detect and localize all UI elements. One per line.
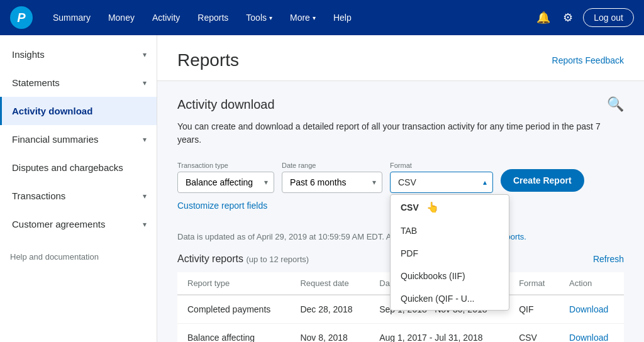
col-action: Action	[559, 272, 624, 295]
download-link[interactable]: Download	[569, 304, 608, 314]
content-area: Activity download 🔍 You can create and d…	[157, 81, 644, 342]
format-option-csv[interactable]: CSV 👆	[391, 195, 509, 219]
cell-action: Download	[559, 323, 624, 342]
date-range-wrapper: Past 6 months Past 3 months Custom range…	[282, 172, 382, 193]
sidebar: Insights ▾ Statements ▾ Activity downloa…	[0, 35, 157, 342]
transaction-type-select[interactable]: Balance affecting All transactions	[177, 172, 274, 193]
customer-agreements-chevron-icon: ▾	[143, 220, 147, 229]
format-option-tab[interactable]: TAB	[391, 219, 509, 242]
gear-icon: ⚙	[563, 11, 573, 25]
sidebar-item-activity-download[interactable]: Activity download	[0, 97, 157, 125]
transactions-chevron-icon: ▾	[143, 192, 147, 201]
page-container: Insights ▾ Statements ▾ Activity downloa…	[0, 35, 644, 342]
sidebar-item-customer-agreements[interactable]: Customer agreements ▾	[0, 210, 157, 238]
nav-summary[interactable]: Summary	[45, 0, 98, 35]
cursor-hand-icon: 👆	[426, 201, 439, 213]
search-icon[interactable]: 🔍	[607, 96, 624, 113]
bell-icon: 🔔	[536, 11, 550, 25]
transaction-type-wrapper: Balance affecting All transactions ▾	[177, 172, 274, 193]
activity-download-description: You can create and download a detailed r…	[177, 120, 624, 146]
format-option-pdf[interactable]: PDF	[391, 242, 509, 265]
format-dropdown-menu: CSV 👆 TAB PDF Quickbooks (IIF)	[390, 194, 509, 311]
settings-button[interactable]: ⚙	[560, 8, 575, 27]
page-title: Reports	[177, 50, 239, 70]
date-range-group: Date range Past 6 months Past 3 months C…	[282, 162, 382, 193]
customize-report-fields-link[interactable]: Customize report fields	[177, 201, 267, 211]
col-report-type: Report type	[177, 272, 290, 295]
insights-chevron-icon: ▾	[143, 50, 147, 59]
nav-right: 🔔 ⚙ Log out	[534, 8, 634, 27]
activity-download-title: Activity download	[177, 97, 275, 112]
cell-date-range: Aug 1, 2017 - Jul 31, 2018	[369, 323, 509, 342]
refresh-button[interactable]: Refresh	[593, 254, 624, 264]
format-option-quickbooks[interactable]: Quickbooks (IIF)	[391, 265, 509, 287]
download-link[interactable]: Download	[569, 333, 608, 343]
cell-format: QIF	[509, 295, 559, 324]
date-range-select[interactable]: Past 6 months Past 3 months Custom range	[282, 172, 382, 193]
nav-more[interactable]: More▾	[282, 0, 323, 35]
cell-request-date: Dec 28, 2018	[290, 295, 369, 324]
main-content: Reports Reports Feedback Activity downlo…	[157, 35, 644, 342]
notifications-button[interactable]: 🔔	[534, 8, 553, 27]
format-label: Format	[390, 162, 493, 169]
date-range-label: Date range	[282, 162, 382, 169]
sidebar-item-disputes[interactable]: Disputes and chargebacks	[0, 153, 157, 182]
transaction-type-group: Transaction type Balance affecting All t…	[177, 162, 274, 193]
sidebar-item-insights[interactable]: Insights ▾	[0, 40, 157, 69]
top-navigation: P Summary Money Activity Reports Tools▾ …	[0, 0, 644, 35]
nav-help[interactable]: Help	[326, 0, 359, 35]
sidebar-item-statements[interactable]: Statements ▾	[0, 69, 157, 97]
nav-activity[interactable]: Activity	[145, 0, 187, 35]
sidebar-item-transactions[interactable]: Transactions ▾	[0, 182, 157, 210]
filters-row: Transaction type Balance affecting All t…	[177, 162, 624, 193]
table-row: Balance affecting Nov 8, 2018 Aug 1, 201…	[177, 323, 624, 342]
transaction-type-label: Transaction type	[177, 162, 274, 169]
page-header: Reports Reports Feedback	[157, 35, 644, 81]
tools-chevron-icon: ▾	[269, 14, 272, 21]
reports-feedback-link[interactable]: Reports Feedback	[552, 55, 624, 65]
col-format: Format	[509, 272, 559, 295]
cell-format: CSV	[509, 323, 559, 342]
nav-reports[interactable]: Reports	[190, 0, 236, 35]
nav-money[interactable]: Money	[101, 0, 142, 35]
sidebar-item-financial-summaries[interactable]: Financial summaries ▾	[0, 125, 157, 153]
sidebar-help-link[interactable]: Help and documentation	[0, 243, 157, 270]
logout-button[interactable]: Log out	[583, 8, 634, 27]
cell-report-type: Completed payments	[177, 295, 290, 324]
activity-download-header: Activity download 🔍	[177, 96, 624, 113]
cell-report-type: Balance affecting	[177, 323, 290, 342]
nav-links: Summary Money Activity Reports Tools▾ Mo…	[45, 0, 534, 35]
format-select-wrapper: CSV TAB PDF Quickbooks (IIF) Quicken (QI…	[390, 172, 493, 193]
format-select[interactable]: CSV TAB PDF Quickbooks (IIF) Quicken (QI…	[390, 172, 493, 193]
paypal-logo: P	[10, 6, 33, 29]
cell-action: Download	[559, 295, 624, 324]
reports-count: (up to 12 reports)	[246, 255, 309, 264]
create-report-button[interactable]: Create Report	[501, 169, 584, 192]
financial-summaries-chevron-icon: ▾	[143, 135, 147, 144]
format-option-quicken[interactable]: Quicken (QIF - U...	[391, 287, 509, 310]
more-chevron-icon: ▾	[313, 14, 316, 21]
activity-reports-title: Activity reports (up to 12 reports)	[177, 253, 309, 265]
col-request-date: Request date	[290, 272, 369, 295]
nav-tools[interactable]: Tools▾	[238, 0, 280, 35]
cell-request-date: Nov 8, 2018	[290, 323, 369, 342]
format-group: Format CSV TAB PDF Quickbooks (IIF) Quic…	[390, 162, 493, 193]
statements-chevron-icon: ▾	[143, 79, 147, 87]
